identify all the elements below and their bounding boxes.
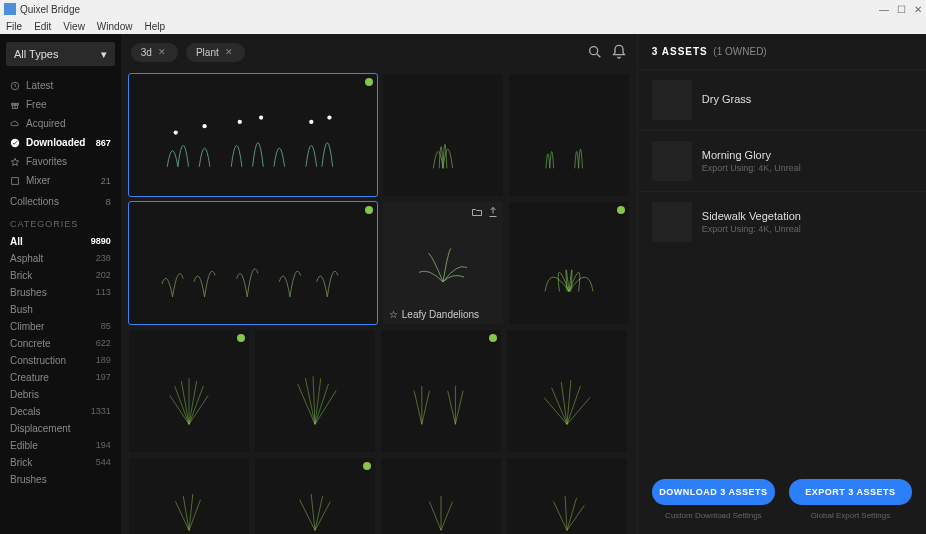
category-displacement[interactable]: Displacement — [0, 420, 121, 437]
toolbar: 3d✕ Plant✕ — [121, 34, 637, 70]
svg-point-9 — [238, 120, 242, 124]
asset-tile[interactable] — [509, 74, 629, 196]
export-settings-link[interactable]: Global Export Settings — [811, 511, 891, 520]
category-label: Edible — [10, 440, 38, 451]
mixer-icon — [10, 176, 20, 186]
gift-icon — [10, 100, 20, 110]
asset-thumbnail — [652, 141, 692, 181]
folder-icon[interactable] — [471, 206, 483, 218]
selected-asset-row[interactable]: Morning GloryExport Using: 4K, Unreal — [638, 130, 926, 191]
svg-point-10 — [259, 116, 263, 120]
asset-tile[interactable] — [129, 202, 377, 324]
category-concrete[interactable]: Concrete622 — [0, 335, 121, 352]
nav-label: Favorites — [26, 156, 67, 167]
category-label: Bush — [10, 304, 33, 315]
export-button[interactable]: EXPORT 3 ASSETS — [789, 479, 912, 505]
nav-label: Latest — [26, 80, 53, 91]
category-count: 197 — [96, 372, 111, 383]
download-button[interactable]: DOWNLOAD 3 ASSETS — [652, 479, 775, 505]
category-brushes[interactable]: Brushes — [0, 471, 121, 488]
minimize-icon[interactable]: — — [879, 4, 889, 15]
maximize-icon[interactable]: ☐ — [897, 4, 906, 15]
asset-tile[interactable] — [129, 74, 377, 196]
type-selector[interactable]: All Types ▾ — [6, 42, 115, 66]
sidebar-item-mixer[interactable]: Mixer21 — [0, 171, 121, 190]
asset-tile[interactable] — [129, 458, 249, 534]
svg-point-7 — [174, 131, 178, 135]
category-count: 1331 — [91, 406, 111, 417]
downloaded-indicator-icon — [365, 206, 373, 214]
download-settings-link[interactable]: Custom Download Settings — [665, 511, 762, 520]
asset-tile-hover[interactable]: ☆ Leafy Dandelions — [383, 202, 503, 324]
svg-point-12 — [328, 116, 332, 120]
collections-label: Collections — [10, 196, 59, 207]
asset-tile[interactable] — [381, 330, 501, 452]
star-icon[interactable]: ☆ — [389, 309, 398, 320]
export-icon[interactable] — [487, 206, 499, 218]
asset-tile[interactable] — [383, 74, 503, 196]
category-brick[interactable]: Brick544 — [0, 454, 121, 471]
category-asphalt[interactable]: Asphalt238 — [0, 250, 121, 267]
category-count: 622 — [96, 338, 111, 349]
menu-view[interactable]: View — [63, 21, 85, 32]
downloaded-indicator-icon — [365, 78, 373, 86]
remove-filter-icon[interactable]: ✕ — [225, 47, 233, 57]
filter-3d[interactable]: 3d✕ — [131, 43, 178, 62]
window-title: Quixel Bridge — [20, 4, 879, 15]
category-brick[interactable]: Brick202 — [0, 267, 121, 284]
asset-tile[interactable] — [129, 330, 249, 452]
category-count: 85 — [101, 321, 111, 332]
asset-name: Morning Glory — [702, 149, 912, 161]
selected-asset-row[interactable]: Sidewalk VegetationExport Using: 4K, Unr… — [638, 191, 926, 252]
remove-filter-icon[interactable]: ✕ — [158, 47, 166, 57]
nav-label: Acquired — [26, 118, 65, 129]
asset-tile[interactable] — [507, 330, 627, 452]
category-count: 238 — [96, 253, 111, 264]
app-icon — [4, 3, 16, 15]
asset-tile[interactable] — [507, 458, 627, 534]
category-all[interactable]: All9890 — [0, 233, 121, 250]
nav-label: Free — [26, 99, 47, 110]
sidebar-item-favorites[interactable]: Favorites — [0, 152, 121, 171]
selection-header: 3 ASSETS (1 OWNED) — [638, 34, 926, 69]
asset-grid[interactable]: ☆ Leafy Dandelions — [121, 70, 637, 534]
titlebar: Quixel Bridge — ☐ ✕ — [0, 0, 926, 18]
sidebar-item-latest[interactable]: Latest — [0, 76, 121, 95]
category-bush[interactable]: Bush — [0, 301, 121, 318]
category-label: Displacement — [10, 423, 71, 434]
downloaded-indicator-icon — [489, 334, 497, 342]
category-creature[interactable]: Creature197 — [0, 369, 121, 386]
menu-window[interactable]: Window — [97, 21, 133, 32]
asset-tile[interactable] — [255, 458, 375, 534]
nav-label: Mixer — [26, 175, 50, 186]
selected-asset-row[interactable]: Dry Grass — [638, 69, 926, 130]
category-brushes[interactable]: Brushes113 — [0, 284, 121, 301]
search-icon[interactable] — [587, 44, 603, 60]
asset-tile[interactable] — [255, 330, 375, 452]
menu-edit[interactable]: Edit — [34, 21, 51, 32]
filter-plant[interactable]: Plant✕ — [186, 43, 245, 62]
category-decals[interactable]: Decals1331 — [0, 403, 121, 420]
category-label: Brushes — [10, 287, 47, 298]
asset-tile[interactable] — [381, 458, 501, 534]
category-construction[interactable]: Construction189 — [0, 352, 121, 369]
category-climber[interactable]: Climber85 — [0, 318, 121, 335]
category-edible[interactable]: Edible194 — [0, 437, 121, 454]
collections-count: 8 — [106, 197, 111, 207]
asset-thumbnail — [652, 80, 692, 120]
check-icon — [10, 138, 20, 148]
category-label: All — [10, 236, 23, 247]
sidebar-item-downloaded[interactable]: Downloaded867 — [0, 133, 121, 152]
close-icon[interactable]: ✕ — [914, 4, 922, 15]
sidebar-item-acquired[interactable]: Acquired — [0, 114, 121, 133]
menu-file[interactable]: File — [6, 21, 22, 32]
category-label: Climber — [10, 321, 44, 332]
menu-help[interactable]: Help — [144, 21, 165, 32]
asset-tile[interactable] — [509, 202, 629, 324]
sidebar-item-free[interactable]: Free — [0, 95, 121, 114]
downloaded-indicator-icon — [363, 462, 371, 470]
category-debris[interactable]: Debris — [0, 386, 121, 403]
asset-name: Dry Grass — [702, 93, 912, 105]
bell-icon[interactable] — [611, 44, 627, 60]
sidebar-collections[interactable]: Collections 8 — [0, 192, 121, 211]
